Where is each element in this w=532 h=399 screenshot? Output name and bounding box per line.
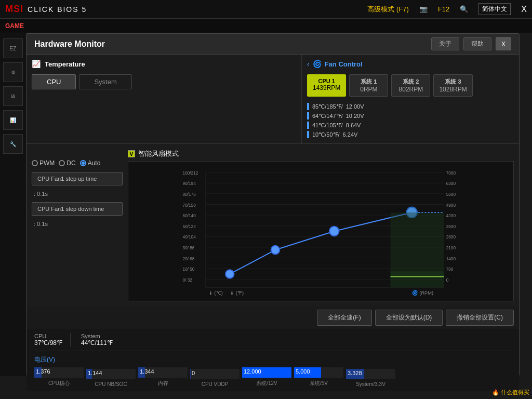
fan-slot-0-value: 1439RPM [313, 84, 340, 91]
cpu-stat-0-label: CPU [34, 333, 62, 339]
sidebar-item-1[interactable]: EZ [3, 38, 23, 58]
temp-info-badges: 85℃/185℉/ 12.00V 64℃/147℉/ 10.20V 41℃/10… [307, 103, 514, 138]
radio-auto[interactable]: Auto [80, 159, 101, 167]
svg-text:0: 0 [446, 278, 449, 283]
voltage-bar-fill-3 [190, 369, 191, 379]
cpu-stat-1-value: 44℃/111℉ [81, 339, 113, 347]
search-icon[interactable]: 🔍 [460, 5, 468, 13]
help-btn[interactable]: 帮助 [463, 37, 491, 50]
chart-area[interactable]: 100/212 90/194 80/176 70/158 60/140 50/1… [128, 161, 514, 301]
svg-text:30/ 86: 30/ 86 [183, 246, 195, 250]
fan-slots: CPU 1 1439RPM 系统 1 0RPM 系统 2 802RPM 系统 3… [307, 74, 514, 97]
cpu-stat-0-value: 37℃/98℉ [34, 339, 62, 347]
voltage-name-6: System/3.3V [356, 381, 385, 387]
voltage-value-3: 0 [192, 370, 195, 376]
voltage-item-2: 1.344内存 [138, 367, 188, 387]
voltage-value-6: 3.328 [348, 370, 362, 376]
chart-checkbox[interactable]: V [128, 150, 135, 157]
radio-dc[interactable]: DC [59, 159, 75, 167]
radio-auto-label: Auto [88, 159, 101, 167]
voltage-value-0: 1.376 [36, 368, 50, 375]
radio-dc-circle [59, 160, 65, 166]
svg-text:2100: 2100 [446, 246, 456, 250]
cancel-all-btn[interactable]: 撤销全部设置(C) [446, 310, 514, 326]
sidebar-item-5[interactable]: 🔧 [3, 134, 23, 154]
temp-info-0-text: 85℃/185℉/ [312, 103, 343, 110]
svg-text:🌀 (RPM): 🌀 (RPM) [412, 290, 433, 296]
about-btn[interactable]: 关于 [431, 37, 459, 50]
full-speed-btn[interactable]: 全部全速(F) [317, 310, 371, 326]
svg-text:20/ 68: 20/ 68 [183, 257, 195, 261]
fan-nav-prev[interactable]: ‹ [307, 60, 310, 68]
svg-text:4900: 4900 [446, 203, 456, 208]
fan-slot-2[interactable]: 系统 2 802RPM [391, 74, 430, 97]
voltage-item-6: 3.328System/3.3V [346, 369, 395, 387]
cpu-stats: CPU 37℃/98℉ System 44℃/111℉ [34, 333, 511, 351]
cpu-stat-0: CPU 37℃/98℉ [34, 333, 71, 347]
temp-info-1-text: 64℃/147℉/ [312, 113, 343, 119]
fan-slot-0-label: CPU 1 [313, 78, 340, 84]
chart-section: PWM DC Auto CPU Fan1 step up time : 0.1s [26, 144, 519, 307]
voltage-value-4: 12.000 [244, 368, 261, 375]
fan-slot-0[interactable]: CPU 1 1439RPM [307, 74, 346, 97]
voltage-item-4: 12.000系统/12V [242, 367, 291, 387]
voltage-item-0: 1.376CPU核心 [34, 367, 84, 387]
title-bar-right: 高级模式 (F7) 📷 F12 🔍 简体中文 X [367, 3, 527, 15]
svg-text:3500: 3500 [446, 224, 456, 229]
radio-pwm-label: PWM [39, 159, 55, 167]
fan-slot-3[interactable]: 系统 3 1028RPM [433, 74, 472, 97]
tab-cpu[interactable]: CPU [32, 74, 76, 89]
sidebar-item-3[interactable]: 🖥 [3, 86, 23, 106]
game-badge: GAME [5, 22, 24, 30]
sidebar-item-4[interactable]: 📊 [3, 110, 23, 130]
set-default-btn[interactable]: 全部设为默认(D) [375, 310, 443, 326]
titlebar-close-btn[interactable]: X [521, 5, 527, 14]
svg-text:4200: 4200 [446, 214, 456, 218]
voltage-value-1: 1.144 [88, 370, 102, 376]
bottom-section: CPU 37℃/98℉ System 44℃/111℉ 电压(V) 1.376C… [26, 329, 519, 391]
bios-title: CLICK BIOS 5 [28, 5, 367, 14]
action-buttons: 全部全速(F) 全部设为默认(D) 撤销全部设置(C) [26, 307, 519, 329]
step-up-btn[interactable]: CPU Fan1 step up time [32, 172, 123, 185]
title-bar: MSI CLICK BIOS 5 高级模式 (F7) 📷 F12 🔍 简体中文 … [0, 0, 532, 19]
svg-rect-39 [391, 212, 444, 277]
fan-curve-chart: 100/212 90/194 80/176 70/158 60/140 50/1… [128, 162, 513, 301]
voltage-name-4: 系统/12V [256, 380, 277, 387]
temp-info-0: 85℃/185℉/ 12.00V [307, 103, 514, 110]
radio-pwm[interactable]: PWM [32, 159, 55, 167]
fan-icon: 🌀 [313, 60, 322, 68]
temp-info-3: 10℃/50℉/ 6.24V [307, 131, 514, 138]
advanced-mode-btn[interactable]: 高级模式 (F7) [367, 5, 408, 14]
voltage-name-1: CPU NB/SOC [95, 381, 127, 387]
step-down-btn[interactable]: CPU Fan1 step down time [32, 202, 123, 216]
svg-text:100/212: 100/212 [183, 171, 198, 176]
svg-rect-40 [391, 271, 444, 287]
chart-title: 智能风扇模式 [138, 149, 179, 158]
temp-info-3-volt: 6.24V [343, 131, 358, 138]
fan-slot-1-label: 系统 1 [355, 78, 382, 86]
radio-pwm-circle [32, 160, 38, 166]
voltage-item-5: 5.000系统/5V [294, 367, 343, 387]
cpu-stat-1-label: System [81, 333, 113, 339]
fan-slot-1[interactable]: 系统 1 0RPM [349, 74, 388, 97]
temp-info-2-text: 41℃/105℉/ [312, 122, 343, 129]
temperature-panel: 📈 Temperature CPU System [26, 55, 302, 143]
modal-close-btn[interactable]: X [496, 37, 511, 50]
svg-point-35 [225, 270, 234, 278]
temp-info-3-text: 10℃/50℉/ [312, 131, 340, 138]
temperature-title: Temperature [45, 60, 85, 68]
left-controls: PWM DC Auto CPU Fan1 step up time : 0.1s [32, 149, 123, 301]
screenshot-icon[interactable]: 📷 [419, 5, 428, 13]
modal-title: Hardware Monitor [34, 39, 105, 49]
sidebar-item-2[interactable]: ⚙ [3, 62, 23, 82]
voltage-bars: 1.376CPU核心1.144CPU NB/SOC1.344内存0CPU VDD… [34, 367, 511, 387]
language-btn[interactable]: 简体中文 [478, 3, 511, 15]
modal-header-buttons: 关于 帮助 X [431, 37, 511, 50]
f12-btn[interactable]: F12 [438, 5, 449, 13]
temperature-header: 📈 Temperature [32, 60, 296, 68]
sidebar-left: EZ ⚙ 🖥 📊 🔧 [0, 33, 26, 376]
tab-system[interactable]: System [79, 74, 131, 89]
temp-info-2-volt: 8.64V [346, 122, 361, 128]
svg-text:2800: 2800 [446, 235, 456, 240]
voltage-label: 电压(V) [34, 355, 511, 364]
